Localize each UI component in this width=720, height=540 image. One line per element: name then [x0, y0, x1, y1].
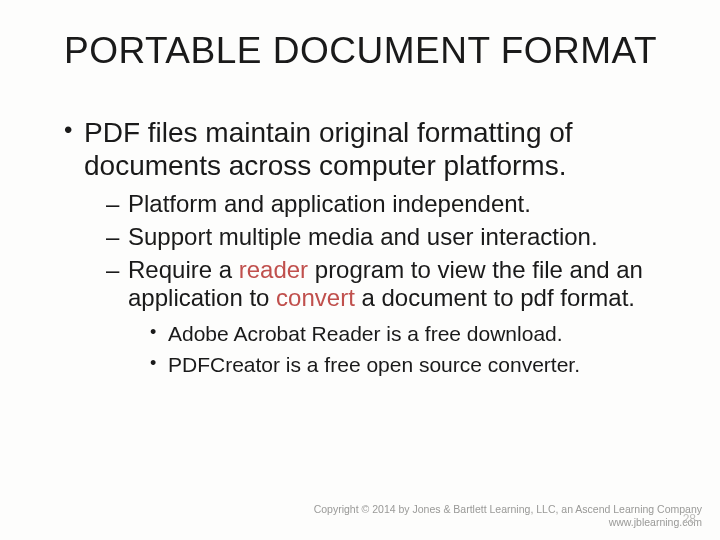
slide-title: PORTABLE DOCUMENT FORMAT	[64, 30, 664, 72]
copyright-footer: Copyright © 2014 by Jones & Bartlett Lea…	[314, 503, 702, 530]
highlight-convert: convert	[276, 284, 355, 311]
copyright-line: Copyright © 2014 by Jones & Bartlett Lea…	[314, 503, 702, 517]
sub-bullet-2-text: Support multiple media and user interact…	[128, 223, 598, 250]
sub-bullet-3-post: a document to pdf format.	[355, 284, 635, 311]
slide: PORTABLE DOCUMENT FORMAT PDF files maint…	[0, 0, 720, 540]
subsub-bullet-1-text: Adobe Acrobat Reader is a free download.	[168, 322, 563, 345]
sub-bullet-3: Require a reader program to view the fil…	[106, 256, 664, 378]
bullet-main-text: PDF files maintain original formatting o…	[84, 117, 573, 181]
sub-bullet-1-text: Platform and application independent.	[128, 190, 531, 217]
highlight-reader: reader	[239, 256, 308, 283]
subsub-bullet-2: PDFCreator is a free open source convert…	[148, 352, 664, 378]
sub-bullet-3-pre: Require a	[128, 256, 239, 283]
page-number: 28	[683, 512, 696, 526]
sub-bullet-1: Platform and application independent.	[106, 190, 664, 219]
bullet-list-level1: PDF files maintain original formatting o…	[60, 116, 664, 378]
sub-bullet-2: Support multiple media and user interact…	[106, 223, 664, 252]
bullet-list-level3: Adobe Acrobat Reader is a free download.…	[148, 321, 664, 378]
subsub-bullet-1: Adobe Acrobat Reader is a free download.	[148, 321, 664, 347]
subsub-bullet-2-text: PDFCreator is a free open source convert…	[168, 353, 580, 376]
footer-url: www.jblearning.com	[314, 516, 702, 530]
bullet-list-level2: Platform and application independent. Su…	[106, 190, 664, 378]
bullet-main: PDF files maintain original formatting o…	[60, 116, 664, 378]
